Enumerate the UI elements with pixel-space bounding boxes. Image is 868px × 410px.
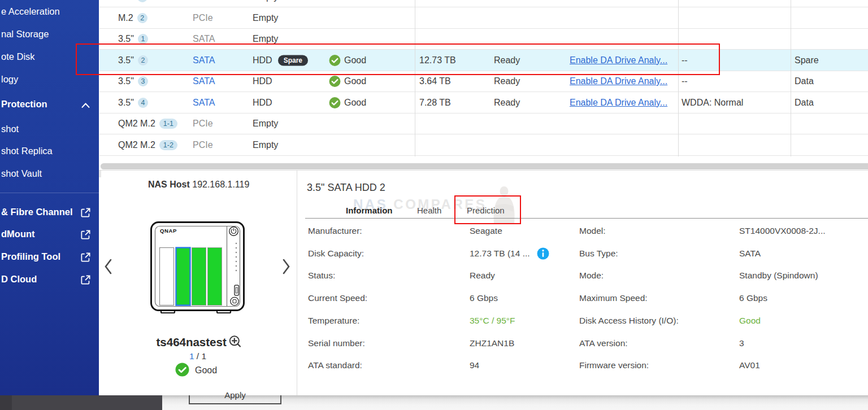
svg-text:QNAP: QNAP xyxy=(160,228,177,234)
